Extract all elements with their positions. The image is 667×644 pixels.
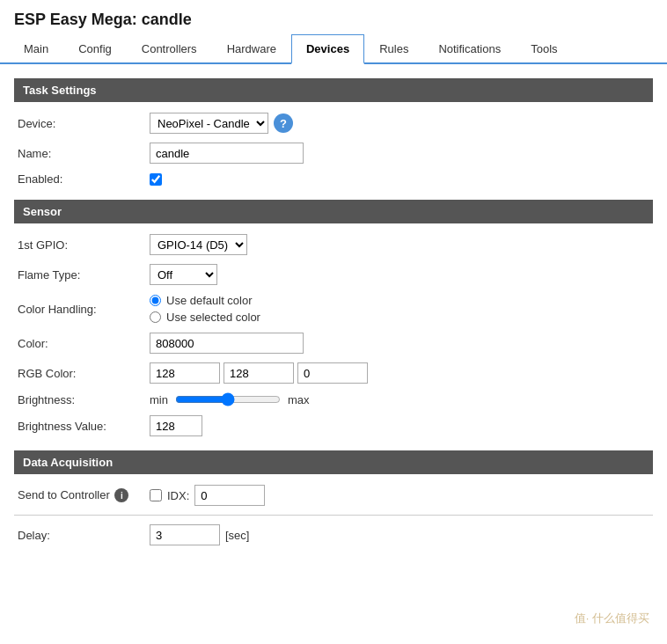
tab-hardware[interactable]: Hardware: [212, 34, 291, 64]
flame-type-row: Flame Type: OffLowMediumHigh: [14, 264, 653, 285]
color-handling-default-radio[interactable]: [150, 295, 161, 306]
gpio-row: 1st GPIO: GPIO-14 (D5): [14, 234, 653, 255]
brightness-min-label: min: [150, 393, 168, 406]
color-row: Color:: [14, 333, 653, 354]
brightness-label: Brightness:: [18, 393, 150, 406]
device-label: Device:: [18, 117, 150, 130]
send-to-controller-row: Send to Controller i IDX:: [14, 485, 653, 506]
idx-input[interactable]: [194, 485, 265, 506]
send-to-controller-label: Send to Controller i: [18, 488, 150, 503]
name-label: Name:: [18, 147, 150, 160]
delay-input[interactable]: [150, 524, 220, 545]
sensor-header: Sensor: [14, 200, 653, 223]
color-input[interactable]: [150, 333, 304, 354]
flame-type-label: Flame Type:: [18, 268, 150, 282]
main-content: Task Settings Device: NeoPixel - Candle …: [0, 64, 667, 574]
rgb-label: RGB Color:: [18, 367, 150, 380]
rgb-g-input[interactable]: [224, 362, 294, 384]
page-title: ESP Easy Mega: candle: [0, 0, 667, 34]
color-handling-group: Use default color Use selected color: [150, 294, 260, 324]
help-icon[interactable]: ?: [274, 113, 293, 133]
send-to-controller-info-icon: i: [114, 488, 128, 502]
color-handling-selected-label: Use selected color: [166, 311, 260, 324]
idx-label: IDX:: [167, 489, 189, 502]
name-row: Name:: [14, 143, 653, 164]
tab-controllers[interactable]: Controllers: [127, 34, 212, 64]
color-handling-option2-row: Use selected color: [150, 311, 260, 324]
device-row: Device: NeoPixel - Candle ?: [14, 113, 653, 134]
divider: [14, 515, 653, 516]
task-settings-section: Task Settings Device: NeoPixel - Candle …: [14, 78, 653, 186]
color-handling-row: Color Handling: Use default color Use se…: [14, 294, 653, 324]
flame-type-select[interactable]: OffLowMediumHigh: [150, 264, 217, 285]
brightness-max-label: max: [288, 393, 310, 406]
send-to-controller-checkbox[interactable]: [150, 489, 162, 501]
brightness-value-row: Brightness Value:: [14, 415, 653, 436]
brightness-wrap: min max: [150, 392, 310, 406]
name-input[interactable]: [150, 143, 304, 164]
brightness-row: Brightness: min max: [14, 392, 653, 406]
delay-row: Delay: [sec]: [14, 524, 653, 545]
tab-rules[interactable]: Rules: [364, 34, 423, 64]
enabled-label: Enabled:: [18, 172, 150, 186]
send-to-controller-wrap: IDX:: [150, 485, 265, 506]
brightness-value-input[interactable]: [150, 415, 202, 436]
tab-notifications[interactable]: Notifications: [423, 34, 516, 64]
brightness-slider[interactable]: [175, 392, 281, 406]
brightness-value-label: Brightness Value:: [18, 420, 150, 433]
color-handling-option1-row: Use default color: [150, 294, 260, 307]
delay-wrap: [sec]: [150, 524, 249, 545]
data-acquisition-section: Data Acquisition Send to Controller i ID…: [14, 450, 653, 545]
rgb-b-input[interactable]: [297, 362, 368, 384]
watermark: 值· 什么值得买: [575, 611, 649, 626]
color-handling-selected-radio[interactable]: [150, 311, 161, 323]
gpio-label: 1st GPIO:: [18, 238, 150, 252]
enabled-checkbox[interactable]: [150, 173, 162, 186]
color-handling-label: Color Handling:: [18, 303, 150, 316]
enabled-row: Enabled:: [14, 172, 653, 186]
color-handling-default-label: Use default color: [166, 294, 253, 307]
color-label: Color:: [18, 337, 150, 350]
tab-tools[interactable]: Tools: [516, 34, 572, 64]
task-settings-header: Task Settings: [14, 78, 653, 102]
sensor-section: Sensor 1st GPIO: GPIO-14 (D5) Flame Type…: [14, 200, 653, 436]
nav-tabs: Main Config Controllers Hardware Devices…: [0, 34, 667, 64]
device-select[interactable]: NeoPixel - Candle: [150, 113, 268, 134]
device-control-wrap: NeoPixel - Candle ?: [150, 113, 293, 134]
tab-main[interactable]: Main: [9, 34, 63, 64]
delay-unit: [sec]: [225, 529, 249, 542]
rgb-r-input[interactable]: [150, 362, 220, 384]
tab-config[interactable]: Config: [63, 34, 127, 64]
rgb-color-row: RGB Color:: [14, 362, 653, 384]
data-acquisition-header: Data Acquisition: [14, 450, 653, 474]
gpio-select[interactable]: GPIO-14 (D5): [150, 234, 247, 255]
tab-devices[interactable]: Devices: [291, 34, 364, 64]
delay-label: Delay:: [18, 529, 150, 542]
rgb-inputs-wrap: [150, 362, 368, 384]
